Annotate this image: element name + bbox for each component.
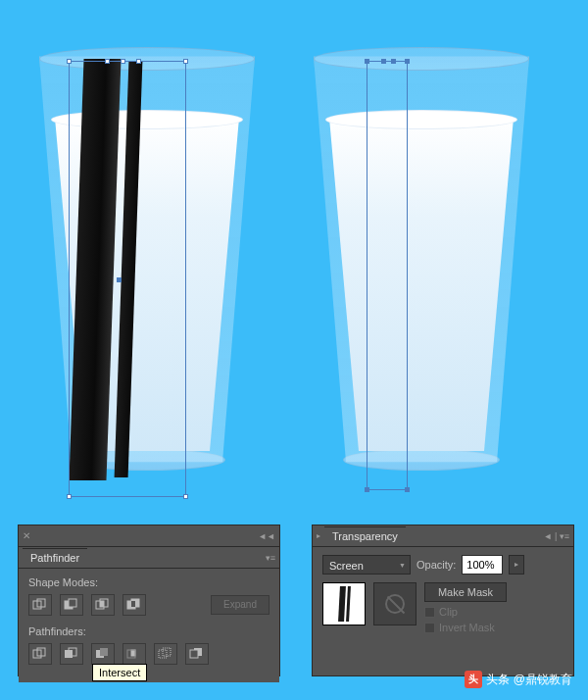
outline-icon[interactable] <box>154 643 177 665</box>
minus-back-icon[interactable] <box>185 643 209 665</box>
close-icon[interactable]: ✕ <box>23 530 30 541</box>
svg-rect-16 <box>131 650 135 656</box>
anchor-point[interactable] <box>365 487 369 492</box>
transparency-panel: ▸ Transparency ◄ | ▾≡ Screen Opacity: ▸ … <box>312 525 574 676</box>
panel-menu-icon[interactable]: ▾≡ <box>266 553 275 563</box>
anchor-point[interactable] <box>183 59 188 64</box>
invert-mask-checkbox-row: Invert Mask <box>424 622 507 633</box>
svg-rect-21 <box>190 650 198 658</box>
intersect-icon[interactable] <box>91 594 115 616</box>
clip-checkbox-row: Clip <box>424 606 507 618</box>
tooltip: Intersect <box>92 664 147 681</box>
divide-icon[interactable] <box>28 643 52 665</box>
panel-body: Screen Opacity: ▸ Make Mask Clip <box>313 547 573 641</box>
svg-rect-6 <box>100 601 104 607</box>
anchor-point[interactable] <box>105 59 110 64</box>
watermark-logo-icon: 头 <box>465 671 482 688</box>
crop-icon[interactable] <box>122 643 146 665</box>
svg-rect-9 <box>131 601 135 607</box>
selection-bounding-box[interactable] <box>69 61 186 497</box>
minus-front-icon[interactable] <box>60 594 83 616</box>
opacity-slider-button[interactable]: ▸ <box>509 555 524 575</box>
illustration-glass-left <box>39 39 255 471</box>
clip-label: Clip <box>439 606 458 618</box>
selection-bounding-box[interactable] <box>367 61 408 490</box>
milk-surface <box>325 110 517 129</box>
artwork-thumbnail[interactable] <box>322 582 366 625</box>
clip-checkbox <box>424 607 435 618</box>
panel-tab-transparency[interactable]: Transparency <box>324 526 406 545</box>
expand-button: Expand <box>211 595 270 615</box>
anchor-point[interactable] <box>365 59 369 64</box>
shape-modes-label: Shape Modes: <box>28 576 270 588</box>
merge-icon[interactable]: Intersect <box>91 643 115 665</box>
make-mask-button[interactable]: Make Mask <box>424 582 507 602</box>
panel-body: Shape Modes: Expand Pathfinders: Interse… <box>19 569 279 682</box>
panel-header[interactable]: ✕ ◄◄ <box>19 525 279 547</box>
pathfinders-label: Pathfinders: <box>28 625 270 637</box>
anchor-point[interactable] <box>405 487 410 492</box>
trim-icon[interactable] <box>60 643 83 665</box>
shape-modes-row: Expand <box>28 594 270 616</box>
watermark-prefix: 头条 <box>486 672 510 688</box>
anchor-point[interactable] <box>405 59 410 64</box>
exclude-icon[interactable] <box>122 594 146 616</box>
panel-collapse-icon[interactable]: ◄◄ <box>258 531 275 541</box>
anchor-point[interactable] <box>381 59 386 64</box>
blend-mode-dropdown[interactable]: Screen <box>322 555 411 575</box>
anchor-point[interactable] <box>121 59 125 64</box>
no-mask-icon <box>385 594 405 614</box>
anchor-point[interactable] <box>391 59 396 64</box>
invert-mask-label: Invert Mask <box>439 622 495 633</box>
blend-opacity-row: Screen Opacity: ▸ <box>322 555 564 575</box>
anchor-point[interactable] <box>67 59 72 64</box>
glass-rim <box>314 47 529 71</box>
mask-controls: Make Mask Clip Invert Mask <box>424 582 507 633</box>
svg-rect-3 <box>69 599 76 607</box>
anchor-point[interactable] <box>67 494 72 499</box>
panel-tab-bar: Pathfinder ▾≡ <box>19 547 279 569</box>
opacity-input[interactable] <box>462 555 503 575</box>
panel-tab-bar: ▸ Transparency ◄ | ▾≡ <box>313 525 573 547</box>
watermark-author: @鼎锐教育 <box>514 672 572 688</box>
anchor-point[interactable] <box>183 494 188 499</box>
panel-tab-pathfinder[interactable]: Pathfinder <box>23 548 87 567</box>
mask-thumbnail[interactable] <box>373 582 416 625</box>
opacity-label: Opacity: <box>416 559 456 571</box>
pathfinders-row: Intersect <box>28 643 270 665</box>
expand-toggle-icon[interactable]: ▸ <box>317 531 320 540</box>
anchor-center[interactable] <box>117 277 122 282</box>
unite-icon[interactable] <box>28 594 52 616</box>
anchor-point[interactable] <box>136 59 141 64</box>
mask-thumbnails-row: Make Mask Clip Invert Mask <box>322 582 564 633</box>
panel-menu-icon[interactable]: ◄ | ▾≡ <box>544 531 570 541</box>
invert-mask-checkbox <box>424 623 435 633</box>
pathfinder-panel: ✕ ◄◄ Pathfinder ▾≡ Shape Modes: Expand P… <box>18 525 280 676</box>
watermark: 头 头条 @鼎锐教育 <box>465 671 572 688</box>
svg-rect-15 <box>100 648 108 656</box>
illustration-glass-right <box>314 39 529 471</box>
